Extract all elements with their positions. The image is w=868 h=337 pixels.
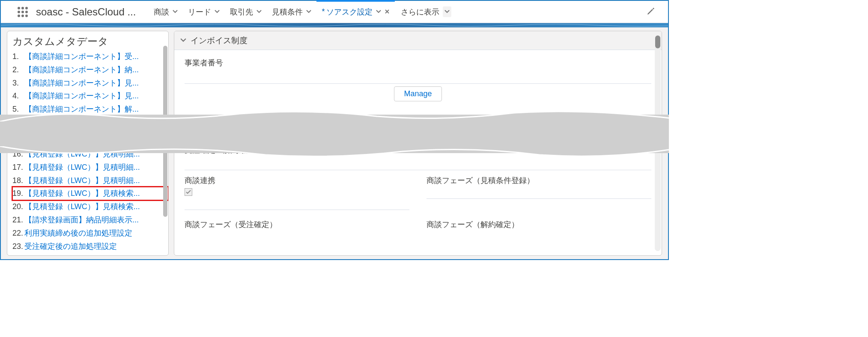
chevron-down-icon bbox=[443, 6, 451, 17]
section-title-invoice: インボイス制度 bbox=[191, 35, 248, 46]
sidebar-item-link[interactable]: 受注確定後の追加処理設定 bbox=[24, 240, 166, 253]
sidebar-item-link[interactable]: 【商談詳細コンポーネント】見... bbox=[24, 90, 166, 102]
svg-point-3 bbox=[18, 11, 20, 13]
sidebar-item[interactable]: 4.【商談詳細コンポーネント】見... bbox=[12, 89, 168, 103]
sidebar-item[interactable]: 20.【見積登録（LWC）】見積検索... bbox=[12, 200, 168, 213]
field-label-phase-cancel: 商談フェーズ（解約確定） bbox=[427, 219, 651, 230]
sidebar-item-link[interactable]: 【見積登録（LWC）】見積明細... bbox=[24, 161, 166, 174]
svg-point-8 bbox=[25, 15, 28, 17]
svg-point-5 bbox=[25, 11, 28, 13]
svg-point-7 bbox=[21, 15, 24, 17]
sidebar-item[interactable]: 3.【商談詳細コンポーネント】見... bbox=[12, 77, 168, 90]
chevron-down-icon bbox=[376, 7, 381, 16]
svg-point-0 bbox=[18, 7, 20, 9]
dirty-marker: * bbox=[322, 7, 325, 16]
sidebar-item-link[interactable]: 【見積登録（LWC）】見積検索... bbox=[24, 187, 166, 200]
sidebar-item-link[interactable]: 【商談詳細コンポーネント】納... bbox=[24, 64, 166, 76]
app-name: soasc - SalesCloud ... bbox=[36, 6, 136, 18]
svg-point-4 bbox=[21, 11, 24, 13]
decorative-wave bbox=[1, 23, 668, 27]
sidebar-item-link[interactable]: 利用実績締め後の追加処理設定 bbox=[24, 227, 166, 239]
field-label-phase-order: 商談フェーズ（受注確定） bbox=[185, 219, 409, 230]
sidebar-title: カスタムメタデータ bbox=[11, 34, 168, 50]
sidebar-item-number: 18. bbox=[12, 174, 24, 187]
sidebar-item-link[interactable]: 【見積登録（LWC）】見積明細... bbox=[24, 174, 166, 187]
nav-tab-label: 商談 bbox=[154, 7, 169, 17]
chevron-down-icon bbox=[180, 36, 186, 45]
nav-tab[interactable]: 見積条件 bbox=[267, 1, 316, 23]
nav-tab-active[interactable]: *ソアスク設定 bbox=[316, 1, 395, 23]
sidebar-item[interactable]: 18.【見積登録（LWC）】見積明細... bbox=[12, 174, 168, 187]
nav-tab-label: ソアスク設定 bbox=[326, 7, 373, 17]
page-break-tear bbox=[0, 115, 669, 153]
sidebar-item-link[interactable]: 【見積登録（LWC）】見積検索... bbox=[24, 201, 166, 213]
nav-tab[interactable]: 商談 bbox=[149, 1, 183, 23]
sidebar-item-number: 17. bbox=[12, 161, 24, 174]
field-label-business-number: 事業者番号 bbox=[185, 58, 651, 68]
app-launcher-icon[interactable] bbox=[15, 5, 30, 19]
chevron-down-icon bbox=[306, 7, 311, 16]
sidebar-item-number: 23. bbox=[12, 240, 24, 253]
sidebar-item-number: 22. bbox=[12, 227, 24, 239]
sidebar-item-number: 19. bbox=[12, 187, 24, 200]
sidebar-item[interactable]: 21.【請求登録画面】納品明細表示... bbox=[12, 213, 168, 227]
manage-button[interactable]: Manage bbox=[394, 86, 441, 101]
nav-tab-label: リード bbox=[188, 7, 211, 17]
sidebar-item[interactable]: 22.利用実績締め後の追加処理設定 bbox=[12, 227, 168, 240]
svg-point-2 bbox=[25, 7, 28, 9]
sidebar-item[interactable]: 19.【見積登録（LWC）】見積検索... bbox=[12, 187, 168, 200]
section-header-invoice[interactable]: インボイス制度 bbox=[174, 31, 662, 50]
sidebar-item[interactable]: 17.【見積登録（LWC）】見積明細... bbox=[12, 161, 168, 174]
nav-tab[interactable]: リード bbox=[183, 1, 225, 23]
sidebar-item-number: 21. bbox=[12, 214, 24, 226]
sidebar-item-number: 3. bbox=[12, 77, 24, 89]
sidebar-item-link[interactable]: 【商談詳細コンポーネント】受... bbox=[24, 50, 166, 63]
sidebar-item-number: 4. bbox=[12, 90, 24, 102]
checkbox-opp-link[interactable] bbox=[185, 188, 192, 196]
field-label-opp-link: 商談連携 bbox=[185, 175, 409, 186]
nav-tab[interactable]: 取引先 bbox=[225, 1, 267, 23]
sidebar-item[interactable]: 2.【商談詳細コンポーネント】納... bbox=[12, 63, 168, 77]
sidebar-item-number: 2. bbox=[12, 64, 24, 76]
sidebar-item-link[interactable]: 【請求登録画面】納品明細表示... bbox=[24, 214, 166, 226]
nav-more-label: さらに表示 bbox=[401, 7, 439, 17]
sidebar-item-number: 1. bbox=[12, 50, 24, 63]
close-icon[interactable] bbox=[385, 7, 390, 16]
sidebar-item-number: 20. bbox=[12, 201, 24, 213]
svg-point-6 bbox=[18, 15, 20, 17]
field-label-phase-quote: 商談フェーズ（見積条件登録） bbox=[427, 175, 651, 186]
main-scrollbar-thumb[interactable] bbox=[655, 35, 660, 48]
nav-tab-label: 見積条件 bbox=[272, 7, 303, 17]
sidebar-item-link[interactable]: 【商談詳細コンポーネント】見... bbox=[24, 77, 166, 89]
chevron-down-icon bbox=[173, 7, 178, 16]
sidebar-item[interactable]: 1.【商談詳細コンポーネント】受... bbox=[12, 50, 168, 63]
nav-more[interactable]: さらに表示 bbox=[401, 6, 451, 17]
svg-point-1 bbox=[21, 7, 24, 9]
edit-nav-icon[interactable] bbox=[647, 7, 655, 17]
nav-tab-label: 取引先 bbox=[230, 7, 253, 17]
sidebar-item[interactable]: 23.受注確定後の追加処理設定 bbox=[12, 240, 168, 253]
chevron-down-icon bbox=[215, 7, 220, 16]
chevron-down-icon bbox=[257, 7, 262, 16]
